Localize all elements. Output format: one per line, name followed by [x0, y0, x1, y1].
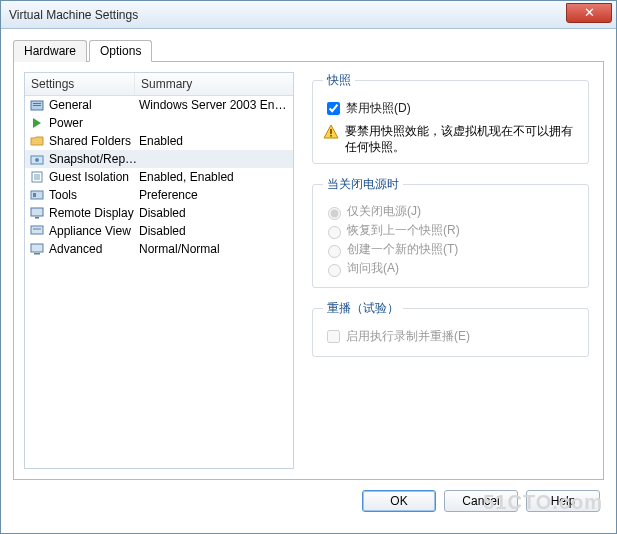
svg-point-5 — [35, 158, 39, 162]
group-snapshot: 快照 禁用快照(D) 要禁用快照效能，该虚拟机现在不可以拥有任何快照。 — [312, 72, 589, 164]
checkbox-enable-replay — [327, 330, 340, 343]
group-replay-legend: 重播（试验） — [323, 300, 403, 317]
svg-rect-15 — [34, 253, 40, 255]
tab-strip: Hardware Options — [13, 39, 604, 62]
window-root: Virtual Machine Settings ✕ Hardware Opti… — [0, 0, 617, 534]
isolation-icon — [29, 169, 45, 185]
radio-poweroff-only — [328, 207, 341, 220]
close-button[interactable]: ✕ — [566, 3, 612, 23]
list-item-shared-folders[interactable]: Shared Folders Enabled — [25, 132, 293, 150]
power-icon — [29, 115, 45, 131]
general-icon — [29, 97, 45, 113]
group-poweroff: 当关闭电源时 仅关闭电源(J) 恢复到上一个快照(R) 创建一个新的快照(T) — [312, 176, 589, 288]
list-item-summary: Windows Server 2003 Enterpri... — [139, 98, 289, 112]
titlebar: Virtual Machine Settings ✕ — [1, 1, 616, 29]
dialog-buttons: OK Cancel Help — [1, 480, 616, 524]
svg-rect-12 — [31, 226, 43, 234]
radio-poweroff-only-label: 仅关闭电源(J) — [347, 203, 421, 220]
svg-rect-14 — [31, 244, 43, 252]
svg-rect-9 — [33, 193, 36, 197]
list-item-advanced[interactable]: Advanced Normal/Normal — [25, 240, 293, 258]
list-item-summary: Normal/Normal — [139, 242, 289, 256]
list-item-summary: Disabled — [139, 206, 289, 220]
list-item-remote-display[interactable]: Remote Display Disabled — [25, 204, 293, 222]
group-snapshot-legend: 快照 — [323, 72, 355, 89]
col-header-settings[interactable]: Settings — [25, 73, 135, 95]
remote-display-icon — [29, 205, 45, 221]
col-header-summary[interactable]: Summary — [135, 73, 293, 95]
list-item-power[interactable]: Power — [25, 114, 293, 132]
checkbox-disable-snapshot[interactable] — [327, 102, 340, 115]
list-item-summary: Enabled — [139, 134, 289, 148]
svg-rect-1 — [33, 103, 41, 104]
advanced-icon — [29, 241, 45, 257]
list-item-label: Remote Display — [49, 206, 139, 220]
radio-revert-snapshot-label: 恢复到上一个快照(R) — [347, 222, 460, 239]
appliance-icon — [29, 223, 45, 239]
list-item-snapshot-replay[interactable]: Snapshot/Replay — [25, 150, 293, 168]
warning-text: 要禁用快照效能，该虚拟机现在不可以拥有任何快照。 — [345, 124, 578, 155]
list-item-summary: Preference — [139, 188, 289, 202]
list-item-label: Guest Isolation — [49, 170, 139, 184]
list-item-appliance-view[interactable]: Appliance View Disabled — [25, 222, 293, 240]
cancel-button[interactable]: Cancel — [444, 490, 518, 512]
tools-icon — [29, 187, 45, 203]
window-title: Virtual Machine Settings — [9, 8, 138, 22]
svg-rect-7 — [34, 174, 40, 180]
snapshot-icon — [29, 151, 45, 167]
list-item-summary: Disabled — [139, 224, 289, 238]
tab-options[interactable]: Options — [89, 40, 152, 62]
list-item-label: General — [49, 98, 139, 112]
radio-ask-me-label: 询问我(A) — [347, 260, 399, 277]
detail-panel: 快照 禁用快照(D) 要禁用快照效能，该虚拟机现在不可以拥有任何快照。 当关闭电… — [308, 72, 593, 469]
checkbox-disable-snapshot-label[interactable]: 禁用快照(D) — [346, 100, 411, 117]
list-item-summary: Enabled, Enabled — [139, 170, 289, 184]
svg-rect-11 — [35, 217, 39, 219]
checkbox-enable-replay-label: 启用执行录制并重播(E) — [346, 328, 470, 345]
list-item-guest-isolation[interactable]: Guest Isolation Enabled, Enabled — [25, 168, 293, 186]
list-item-label: Power — [49, 116, 139, 130]
radio-new-snapshot — [328, 245, 341, 258]
radio-new-snapshot-label: 创建一个新的快照(T) — [347, 241, 458, 258]
list-item-label: Tools — [49, 188, 139, 202]
settings-listview[interactable]: Settings Summary General Windows Server … — [24, 72, 294, 469]
tab-panel-options: Settings Summary General Windows Server … — [13, 62, 604, 480]
svg-rect-2 — [33, 105, 41, 106]
svg-rect-8 — [31, 191, 43, 199]
radio-ask-me — [328, 264, 341, 277]
radio-revert-snapshot — [328, 226, 341, 239]
folder-icon — [29, 133, 45, 149]
group-replay: 重播（试验） 启用执行录制并重播(E) — [312, 300, 589, 357]
svg-rect-10 — [31, 208, 43, 216]
list-item-label: Advanced — [49, 242, 139, 256]
list-item-tools[interactable]: Tools Preference — [25, 186, 293, 204]
svg-rect-18 — [330, 135, 332, 137]
warning-icon — [323, 124, 339, 140]
svg-marker-3 — [33, 118, 41, 128]
list-item-general[interactable]: General Windows Server 2003 Enterpri... — [25, 96, 293, 114]
tab-hardware[interactable]: Hardware — [13, 40, 87, 62]
list-item-label: Shared Folders — [49, 134, 139, 148]
ok-button[interactable]: OK — [362, 490, 436, 512]
list-item-label: Appliance View — [49, 224, 139, 238]
list-header: Settings Summary — [25, 73, 293, 96]
group-poweroff-legend: 当关闭电源时 — [323, 176, 403, 193]
svg-rect-17 — [330, 129, 332, 134]
help-button[interactable]: Help — [526, 490, 600, 512]
list-item-label: Snapshot/Replay — [49, 152, 139, 166]
